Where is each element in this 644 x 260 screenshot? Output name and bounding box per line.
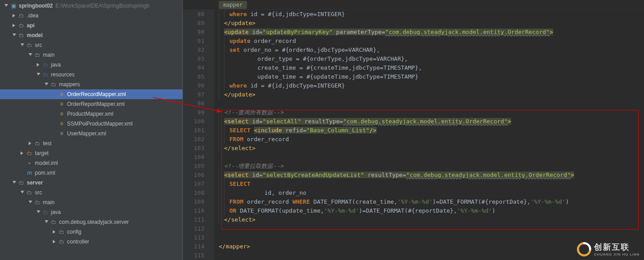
line-number: 100: [183, 117, 204, 126]
line-number: 110: [183, 206, 204, 215]
label: config: [67, 229, 81, 235]
label: SSMPoiProductMapper.xml: [67, 121, 133, 127]
expand-icon[interactable]: [20, 151, 25, 156]
label: resources: [51, 71, 75, 78]
code-area[interactable]: 88 89 90 91 92 93 94 95 96 97 98 99 100 …: [183, 10, 644, 260]
expand-icon[interactable]: [28, 200, 33, 205]
tree-modeliml[interactable]: ▫model.iml: [0, 158, 182, 168]
line-number: 96: [183, 81, 204, 90]
tree-controller[interactable]: 🗀controller: [0, 237, 182, 247]
line-number: 88: [183, 10, 204, 19]
tree-file-orderrecord[interactable]: ≡OrderRecordMapper.xml: [0, 89, 182, 99]
tree-java[interactable]: 🗀java: [0, 60, 182, 70]
folder-icon: 🗀: [50, 81, 57, 88]
expand-icon[interactable]: [36, 210, 41, 215]
expand-icon[interactable]: [28, 141, 33, 146]
label: UserMapper.xml: [67, 130, 106, 137]
line-number: 91: [183, 37, 204, 46]
line-number: 90: [183, 28, 204, 37]
label: src: [35, 42, 42, 48]
package-icon: 🗀: [58, 228, 65, 235]
folder-icon: 🗀: [18, 22, 25, 29]
folder-icon: 🗀: [42, 71, 49, 78]
expand-icon[interactable]: [12, 180, 17, 185]
watermark: 创新互联 CHUANG XIN HU LIAN: [577, 242, 640, 256]
tree-java2[interactable]: 🗀java: [0, 207, 182, 217]
expand-icon[interactable]: [36, 62, 41, 67]
folder-icon: 🗀: [42, 209, 49, 216]
expand-icon[interactable]: [44, 219, 49, 225]
line-number: 108: [183, 189, 204, 197]
line-number: 93: [183, 55, 204, 63]
tree-resources[interactable]: 🗀resources: [0, 70, 182, 80]
tree-file-product[interactable]: ≡ProductMapper.xml: [0, 109, 182, 119]
tree-file-ssmpoi[interactable]: ≡SSMPoiProductMapper.xml: [0, 119, 182, 129]
label: api: [27, 22, 34, 29]
tree-file-user[interactable]: ≡UserMapper.xml: [0, 129, 182, 138]
package-icon: 🗀: [50, 218, 57, 226]
line-number: 102: [183, 135, 204, 144]
expand-icon[interactable]: [20, 190, 25, 195]
label: main: [43, 199, 55, 205]
expand-icon[interactable]: [12, 33, 17, 38]
project-tree[interactable]: ▣ springboot02 E:\WorkSpaceIDEA\SpringBo…: [0, 0, 182, 247]
expand-icon[interactable]: [44, 82, 49, 87]
tree-api[interactable]: 🗀api: [0, 21, 182, 30]
tree-idea[interactable]: 🗀.idea: [0, 11, 182, 21]
label: ProductMapper.xml: [67, 111, 113, 117]
tree-server[interactable]: 🗀server: [0, 178, 182, 188]
watermark-text: 创新互联: [594, 242, 640, 252]
breadcrumb-item[interactable]: mapper: [219, 1, 247, 9]
tree-config[interactable]: 🗀config: [0, 227, 182, 237]
tree-src[interactable]: 🗀src: [0, 40, 182, 50]
line-number: 101: [183, 126, 204, 135]
label: mappers: [59, 81, 80, 88]
logo-icon: [577, 242, 591, 256]
xml-file-icon: ≡: [58, 91, 65, 98]
tree-model[interactable]: 🗀model: [0, 30, 182, 40]
tree-main2[interactable]: 🗀main: [0, 197, 182, 207]
folder-icon: 🗀: [26, 150, 33, 157]
expand-icon[interactable]: [36, 72, 41, 77]
line-number: 103: [183, 144, 204, 153]
tree-test[interactable]: 🗀test: [0, 138, 182, 148]
tree-src2[interactable]: 🗀src: [0, 188, 182, 197]
tree-mappers[interactable]: 🗀mappers: [0, 80, 182, 89]
tree-pomxml[interactable]: mpom.xml: [0, 168, 182, 178]
code-content[interactable]: where id = #{id,jdbcType=INTEGER} </upda…: [214, 10, 644, 260]
expand-icon[interactable]: [20, 42, 25, 48]
label: test: [43, 140, 51, 147]
expand-icon[interactable]: [52, 239, 57, 244]
xml-file-icon: ≡: [58, 120, 65, 127]
line-number: 112: [183, 224, 204, 233]
line-number: 95: [183, 72, 204, 81]
tree-root[interactable]: ▣ springboot02 E:\WorkSpaceIDEA\SpringBo…: [0, 1, 182, 11]
expand-icon[interactable]: [52, 229, 57, 235]
expand-icon[interactable]: [12, 13, 17, 18]
expand-icon[interactable]: [28, 52, 33, 58]
file-icon: ▫: [26, 159, 33, 167]
tree-main[interactable]: 🗀main: [0, 50, 182, 60]
folder-icon: 🗀: [42, 61, 49, 68]
label: com.debug.steadyjack.server: [59, 219, 129, 225]
expand-icon[interactable]: [4, 3, 9, 8]
label: src: [35, 189, 42, 196]
label: OrderRecordMapper.xml: [67, 91, 126, 97]
label: target: [35, 150, 49, 156]
folder-icon: 🗀: [18, 32, 25, 39]
tree-file-orderreport[interactable]: ≡OrderReportMapper.xml: [0, 99, 182, 109]
tree-pkg[interactable]: 🗀com.debug.steadyjack.server: [0, 217, 182, 227]
folder-icon: 🗀: [34, 51, 41, 59]
line-number: 89: [183, 19, 204, 28]
label: controller: [67, 239, 89, 245]
label: OrderReportMapper.xml: [67, 101, 125, 107]
tree-target[interactable]: 🗀target: [0, 148, 182, 158]
line-number: 98: [183, 99, 204, 108]
expand-icon[interactable]: [12, 23, 17, 28]
gutter: 88 89 90 91 92 93 94 95 96 97 98 99 100 …: [183, 10, 214, 260]
label: pom.xml: [35, 170, 55, 176]
line-number: 109: [183, 197, 204, 206]
maven-icon: m: [26, 169, 33, 176]
label: model: [27, 32, 42, 38]
label: .idea: [27, 13, 38, 19]
